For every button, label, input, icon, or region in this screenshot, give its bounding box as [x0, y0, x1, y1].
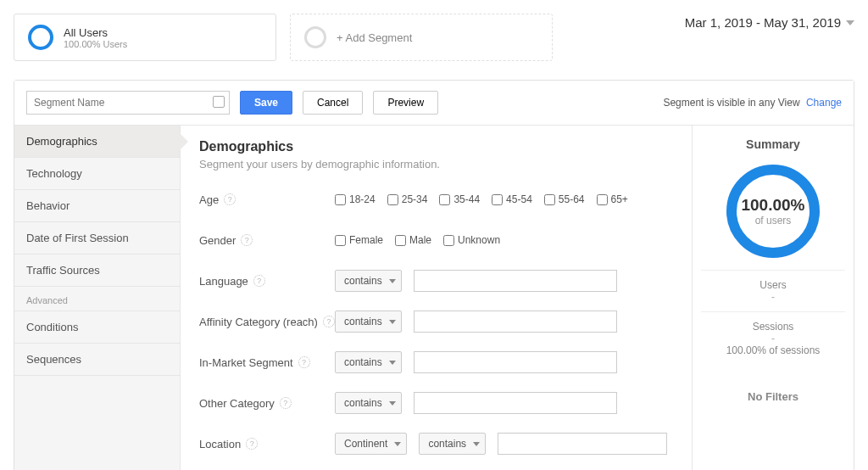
summary-of: of users — [755, 215, 792, 227]
location-scope-dropdown[interactable]: Continent — [335, 433, 407, 455]
sidebar-item-traffic-sources[interactable]: Traffic Sources — [14, 255, 180, 287]
location-label: Location — [199, 438, 241, 450]
segment-title: All Users — [64, 26, 127, 39]
summary-no-filters: No Filters — [701, 365, 845, 403]
chevron-down-icon — [846, 20, 854, 25]
help-icon[interactable]: ? — [323, 316, 335, 327]
affinity-op-dropdown[interactable]: contains — [335, 311, 402, 333]
age-18-24[interactable]: 18-24 — [335, 193, 376, 205]
chevron-down-icon — [394, 442, 401, 446]
sidebar-item-behavior[interactable]: Behavior — [14, 190, 180, 222]
age-55-64[interactable]: 55-64 — [544, 193, 585, 205]
sidebar-advanced-label: Advanced — [14, 287, 180, 311]
help-icon[interactable]: ? — [280, 397, 292, 409]
other-op-dropdown[interactable]: contains — [335, 392, 402, 414]
segment-name-icon[interactable] — [213, 96, 225, 108]
content-subheading: Segment your users by demographic inform… — [199, 158, 673, 171]
age-25-34[interactable]: 25-34 — [387, 193, 428, 205]
help-icon[interactable]: ? — [241, 234, 253, 246]
summary-donut: 100.00% of users — [726, 165, 820, 258]
affinity-label: Affinity Category (reach) — [199, 316, 318, 328]
summary-sessions: Sessions - 100.00% of sessions — [701, 311, 845, 365]
other-input[interactable] — [414, 392, 617, 414]
change-visibility-link[interactable]: Change — [806, 97, 842, 109]
age-65[interactable]: 65+ — [597, 193, 628, 205]
gender-unknown[interactable]: Unknown — [443, 234, 500, 246]
chevron-down-icon — [389, 320, 396, 324]
segment-name-input[interactable] — [26, 91, 230, 115]
location-input[interactable] — [498, 433, 667, 455]
chevron-down-icon — [389, 279, 396, 283]
gender-male[interactable]: Male — [395, 234, 431, 246]
cancel-button[interactable]: Cancel — [303, 91, 363, 115]
language-op-dropdown[interactable]: contains — [335, 270, 402, 292]
sidebar-item-technology[interactable]: Technology — [14, 158, 180, 190]
help-icon[interactable]: ? — [246, 438, 258, 450]
age-label: Age — [199, 193, 219, 206]
location-op-dropdown[interactable]: contains — [419, 433, 486, 455]
date-range-text: Mar 1, 2019 - May 31, 2019 — [685, 15, 841, 30]
chevron-down-icon — [389, 401, 396, 406]
summary-panel: Summary 100.00% of users Users - Session… — [693, 126, 854, 470]
affinity-input[interactable] — [414, 311, 617, 333]
sidebar-item-demographics[interactable]: Demographics — [14, 126, 180, 158]
inmarket-op-dropdown[interactable]: contains — [335, 351, 402, 373]
age-45-54[interactable]: 45-54 — [492, 193, 532, 205]
chevron-down-icon — [473, 442, 480, 446]
inmarket-label: In-Market Segment — [199, 356, 293, 369]
age-35-44[interactable]: 35-44 — [439, 193, 480, 205]
chevron-down-icon — [389, 361, 396, 365]
sidebar: Demographics Technology Behavior Date of… — [14, 126, 181, 470]
add-segment-card[interactable]: + Add Segment — [290, 14, 553, 61]
sidebar-item-conditions[interactable]: Conditions — [14, 311, 180, 344]
save-button[interactable]: Save — [240, 91, 292, 115]
other-label: Other Category — [199, 397, 275, 410]
sidebar-item-sequences[interactable]: Sequences — [14, 344, 180, 376]
segment-subtitle: 100.00% Users — [64, 39, 127, 49]
content-heading: Demographics — [199, 139, 673, 154]
segment-circle-icon — [28, 25, 53, 50]
gender-female[interactable]: Female — [335, 234, 383, 246]
inmarket-input[interactable] — [414, 351, 617, 373]
help-icon[interactable]: ? — [224, 193, 236, 205]
add-segment-circle-icon — [304, 26, 326, 48]
content-panel: Demographics Segment your users by demog… — [181, 126, 693, 470]
summary-pct: 100.00% — [741, 196, 804, 215]
add-segment-label: + Add Segment — [337, 31, 412, 44]
preview-button[interactable]: Preview — [373, 91, 438, 115]
help-icon[interactable]: ? — [298, 356, 310, 368]
language-input[interactable] — [414, 270, 617, 292]
help-icon[interactable]: ? — [253, 275, 265, 287]
segment-card-all-users[interactable]: All Users 100.00% Users — [14, 14, 276, 61]
visibility-text: Segment is visible in any View Change — [663, 97, 842, 109]
summary-title: Summary — [701, 137, 845, 151]
sidebar-item-date-first-session[interactable]: Date of First Session — [14, 222, 180, 255]
gender-label: Gender — [199, 234, 236, 247]
date-range-picker[interactable]: Mar 1, 2019 - May 31, 2019 — [685, 14, 854, 30]
language-label: Language — [199, 275, 248, 288]
summary-users: Users - — [701, 270, 845, 311]
